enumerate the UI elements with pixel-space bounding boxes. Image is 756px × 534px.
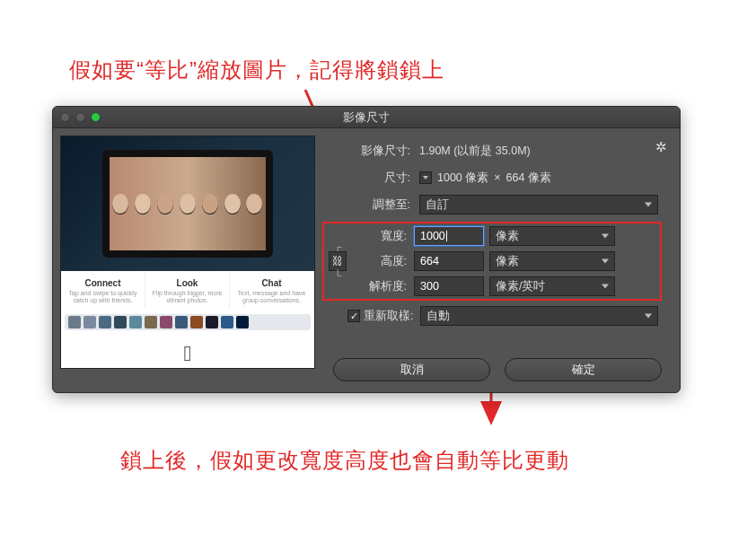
preview-feature-row: ConnectTap and swipe to quickly catch up… bbox=[61, 273, 314, 309]
gear-icon[interactable]: ✲ bbox=[655, 139, 667, 155]
form-column: ✲ 影像尺寸: 1.90M (以前是 35.0M) 尺寸: 1000 像素 × … bbox=[322, 128, 680, 392]
window-title: 影像尺寸 bbox=[53, 109, 680, 126]
dimensions-label: 尺寸: bbox=[322, 171, 410, 186]
titlebar[interactable]: 影像尺寸 bbox=[53, 107, 680, 128]
width-unit-select[interactable]: 像素 bbox=[489, 226, 615, 246]
annotation-bottom: 鎖上後，假如更改寬度高度也會自動等比更動 bbox=[120, 446, 569, 475]
highlighted-dimension-group: ┌ ⛓ └ 寬度: 1000 像素 高度: bbox=[322, 222, 662, 301]
resolution-label: 解析度: bbox=[353, 279, 407, 294]
preview-dock bbox=[65, 314, 311, 330]
chain-link-icon: ⛓ bbox=[332, 255, 343, 267]
constrain-proportions-button[interactable]: ⛓ bbox=[329, 251, 347, 271]
fit-to-label: 調整至: bbox=[322, 197, 410, 213]
image-size-dialog: 影像尺寸 ConnectTap and swipe to quickly cat… bbox=[52, 106, 681, 393]
preview-feature: ChatText, message and have group convers… bbox=[230, 273, 314, 309]
dimensions-x: × bbox=[494, 171, 500, 184]
preview-hero bbox=[61, 136, 314, 271]
resample-label: 重新取樣: bbox=[364, 309, 413, 324]
preview-feature: ConnectTap and swipe to quickly catch up… bbox=[61, 273, 145, 309]
window-close-icon[interactable] bbox=[60, 112, 70, 122]
width-label: 寬度: bbox=[353, 229, 407, 244]
link-bottom-bracket-icon: └ bbox=[334, 271, 342, 280]
height-label: 高度: bbox=[353, 254, 407, 269]
resolution-unit-select[interactable]: 像素/英吋 bbox=[489, 276, 615, 296]
width-input[interactable]: 1000 bbox=[414, 226, 484, 246]
resample-checkbox[interactable]: ✓ bbox=[347, 310, 360, 322]
dimensions-unit-popup[interactable] bbox=[419, 171, 432, 184]
link-top-bracket-icon: ┌ bbox=[334, 242, 342, 251]
resample-select[interactable]: 自動 bbox=[420, 306, 658, 326]
image-preview: ConnectTap and swipe to quickly catch up… bbox=[60, 136, 315, 369]
dimensions-width: 1000 像素 bbox=[437, 171, 488, 186]
preview-column: ConnectTap and swipe to quickly catch up… bbox=[53, 128, 322, 392]
fit-to-select[interactable]: 自訂 bbox=[419, 195, 658, 214]
ok-button[interactable]: 確定 bbox=[505, 358, 662, 381]
annotation-top: 假如要“等比”縮放圖片，記得將鎖鎖上 bbox=[69, 56, 444, 84]
resolution-input[interactable]: 300 bbox=[414, 276, 484, 296]
tablet-icon bbox=[102, 150, 273, 258]
window-zoom-icon[interactable] bbox=[91, 112, 101, 122]
dimensions-height: 664 像素 bbox=[506, 171, 551, 186]
height-input[interactable]: 664 bbox=[414, 251, 484, 271]
preview-feature: LookFlip through bigger, more vibrant ph… bbox=[145, 273, 230, 309]
preview-footer:  bbox=[61, 336, 314, 369]
window-minimize-icon[interactable] bbox=[75, 112, 85, 122]
height-unit-select[interactable]: 像素 bbox=[489, 251, 615, 271]
apple-logo-icon:  bbox=[184, 341, 192, 366]
image-size-label: 影像尺寸: bbox=[322, 144, 410, 159]
window-controls bbox=[60, 112, 101, 122]
image-size-value: 1.90M (以前是 35.0M) bbox=[419, 144, 531, 159]
cancel-button[interactable]: 取消 bbox=[333, 358, 490, 381]
